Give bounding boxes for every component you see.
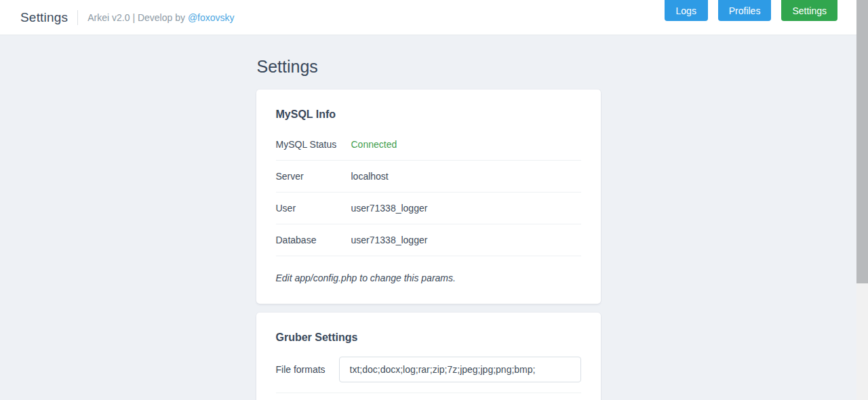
user-value: user71338_logger xyxy=(351,203,428,214)
database-value: user71338_logger xyxy=(351,235,428,245)
mysql-status-value: Connected xyxy=(351,139,397,150)
profiles-button[interactable]: Profiles xyxy=(718,0,772,21)
file-formats-input[interactable] xyxy=(339,357,581,382)
database-row: Database user71338_logger xyxy=(276,224,581,256)
card-tail xyxy=(276,393,581,400)
main-content: Settings MySQL Info MySQL Status Connect… xyxy=(0,35,856,400)
author-link[interactable]: @foxovsky xyxy=(188,12,235,23)
logs-button[interactable]: Logs xyxy=(665,0,708,21)
navbar-subtitle-text: Arkei v2.0 | Develop by xyxy=(87,12,188,23)
file-formats-row: File formats xyxy=(276,357,581,382)
navbar: Settings Arkei v2.0 | Develop by @foxovs… xyxy=(0,0,856,35)
mysql-info-heading: MySQL Info xyxy=(276,108,581,121)
mysql-status-row: MySQL Status Connected xyxy=(276,129,581,161)
mysql-status-label: MySQL Status xyxy=(276,139,351,150)
content-container: Settings MySQL Info MySQL Status Connect… xyxy=(256,57,601,400)
navbar-left: Settings Arkei v2.0 | Develop by @foxovs… xyxy=(20,10,235,25)
config-note: Edit app/config.php to change this param… xyxy=(276,273,581,283)
gruber-settings-heading: Gruber Settings xyxy=(276,332,581,344)
navbar-buttons: Logs Profiles Settings xyxy=(665,0,837,21)
page-title: Settings xyxy=(257,57,601,77)
navbar-title: Settings xyxy=(20,10,68,25)
server-label: Server xyxy=(276,171,351,182)
server-row: Server localhost xyxy=(276,161,581,193)
file-formats-label: File formats xyxy=(276,364,339,375)
gruber-settings-card: Gruber Settings File formats xyxy=(256,313,601,400)
user-label: User xyxy=(276,203,351,214)
mysql-info-card: MySQL Info MySQL Status Connected Server… xyxy=(256,89,601,304)
user-row: User user71338_logger xyxy=(276,193,581,224)
navbar-subtitle: Arkei v2.0 | Develop by @foxovsky xyxy=(87,12,234,23)
navbar-divider xyxy=(77,10,78,25)
scrollbar-thumb[interactable] xyxy=(856,0,868,283)
database-label: Database xyxy=(276,235,351,245)
scrollbar[interactable] xyxy=(856,0,868,400)
server-value: localhost xyxy=(351,171,389,182)
settings-button[interactable]: Settings xyxy=(781,0,837,21)
